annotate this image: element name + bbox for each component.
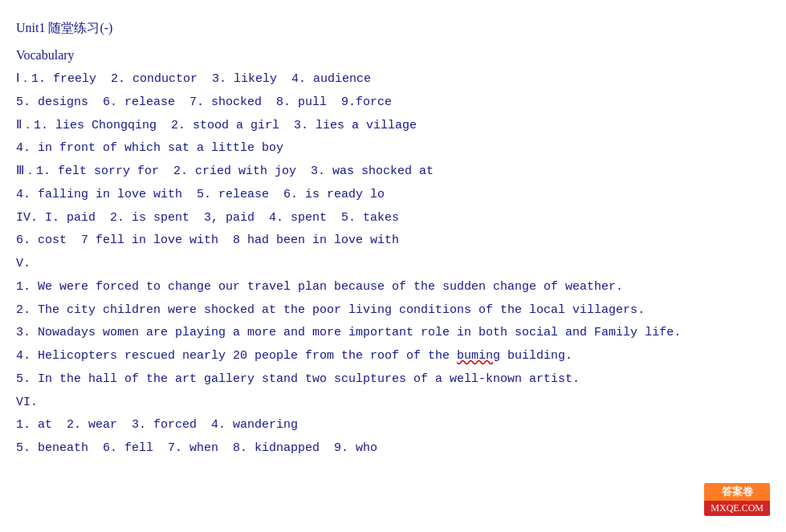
underline-buming: buming: [457, 349, 500, 363]
section-V: V. 1. We were forced to change our trave…: [16, 253, 770, 391]
section-I: Ⅰ．1. freely 2. conductor 3. likely 4. au…: [16, 68, 770, 114]
section-IV-line-1: IV. I. paid 2. is spent 3, paid 4. spent…: [16, 207, 770, 229]
section-III: Ⅲ．1. felt sorry for 2. cried with joy 3.…: [16, 160, 770, 206]
section-III-line-1: Ⅲ．1. felt sorry for 2. cried with joy 3.…: [16, 160, 770, 183]
unit-title: Unit1 随堂练习(-): [16, 16, 770, 40]
watermark-bottom: MXQE.COM: [704, 501, 770, 516]
vocabulary-label: Vocabulary: [16, 43, 770, 67]
section-V-line-5: 5. In the hall of the art gallery stand …: [16, 368, 770, 391]
section-II-line-2: 4. in front of which sat a little boy: [16, 137, 770, 160]
main-content: Unit1 随堂练习(-) Vocabulary Ⅰ．1. freely 2. …: [16, 16, 770, 460]
section-VI-label: VI.: [16, 392, 770, 414]
section-I-line-1: Ⅰ．1. freely 2. conductor 3. likely 4. au…: [16, 68, 770, 91]
watermark: 答案卷 MXQE.COM: [704, 483, 770, 516]
section-V-label: V.: [16, 253, 770, 275]
section-V-line-3: 3. Nowadays women are playing a more and…: [16, 322, 770, 344]
section-V-line-4: 4. Helicopters rescued nearly 20 people …: [16, 345, 770, 368]
section-II-line-1: Ⅱ．1. lies Chongqing 2. stood a girl 3. l…: [16, 115, 770, 137]
section-III-line-2: 4. falling in love with 5. release 6. is…: [16, 184, 770, 206]
section-VI-line-2: 5. beneath 6. fell 7. when 8. kidnapped …: [16, 437, 770, 460]
section-VI-line-1: 1. at 2. wear 3. forced 4. wandering: [16, 414, 770, 437]
watermark-top: 答案卷: [704, 483, 770, 501]
section-IV-line-2: 6. cost 7 fell in love with 8 had been i…: [16, 229, 770, 252]
section-V-line-1: 1. We were forced to change our travel p…: [16, 276, 770, 298]
section-VI: VI. 1. at 2. wear 3. forced 4. wandering…: [16, 392, 770, 460]
section-I-line-2: 5. designs 6. release 7. shocked 8. pull…: [16, 91, 770, 114]
section-IV: IV. I. paid 2. is spent 3, paid 4. spent…: [16, 207, 770, 253]
section-V-line-2: 2. The city children were shocked at the…: [16, 299, 770, 322]
section-II: Ⅱ．1. lies Chongqing 2. stood a girl 3. l…: [16, 115, 770, 160]
